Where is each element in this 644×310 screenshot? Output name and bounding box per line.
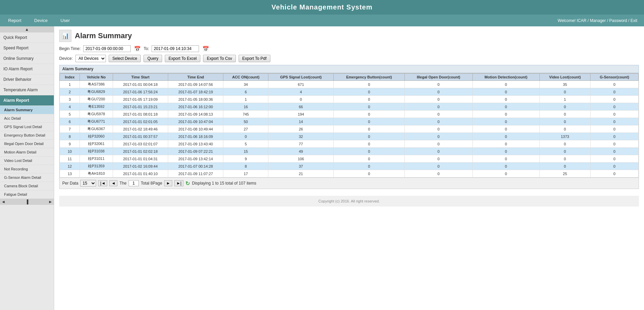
- table-cell: 0: [591, 133, 639, 140]
- device-select[interactable]: All Devices: [75, 55, 106, 62]
- table-cell: 0: [539, 125, 591, 133]
- sidebar-item-speed-report[interactable]: Speed Report: [0, 43, 54, 53]
- table-cell: 2017-01-01 00:04:18: [113, 81, 168, 88]
- table-cell: 0: [591, 88, 639, 96]
- sidebar-item-illegal-open-door-detail[interactable]: Illegal Open Door Detail: [0, 140, 54, 148]
- table-cell: 0: [333, 170, 404, 177]
- nav-device[interactable]: Device: [33, 17, 49, 24]
- table-cell: 0: [472, 148, 539, 155]
- select-device-button[interactable]: Select Device: [109, 55, 141, 62]
- page-total-label: Total 8Page: [141, 181, 162, 186]
- sidebar-item-alarm-report[interactable]: Alarm Report: [0, 95, 54, 106]
- col-video: Video Lost(count): [539, 74, 591, 81]
- sidebar-item-gps-signal-lost-detail[interactable]: GPS Signal Lost Detail: [0, 123, 54, 131]
- col-gps: GPS Signal Lost(count): [268, 74, 334, 81]
- table-cell: 77: [268, 140, 334, 148]
- sidebar: ▲ Quick Report Speed Report Online Summa…: [0, 26, 54, 310]
- export-excel-button[interactable]: Export To Excel: [165, 55, 200, 62]
- table-cell: 粤GU6367: [80, 125, 113, 133]
- sidebar-item-emergency-button-detail[interactable]: Emergency Button Detail: [0, 131, 54, 140]
- table-cell: 0: [591, 163, 639, 170]
- sidebar-item-quick-report[interactable]: Quick Report: [0, 32, 54, 43]
- table-cell: 49: [268, 148, 334, 155]
- refresh-icon[interactable]: ↻: [185, 180, 190, 187]
- sidebar-scroll-indicator: ▐: [25, 199, 28, 204]
- table-cell: 粤GU6829: [80, 88, 113, 96]
- table-cell: 0: [333, 88, 404, 96]
- footer: Copyright (c) 2016. All right reserved.: [59, 196, 639, 207]
- sidebar-item-not-recording[interactable]: Not Recording: [0, 165, 54, 173]
- per-data-select[interactable]: 15 25 50 100: [80, 180, 96, 187]
- table-cell: 34: [223, 81, 268, 88]
- sidebar-item-alarm-summary[interactable]: Alarm Summary: [0, 106, 54, 114]
- table-cell: 0: [591, 140, 639, 148]
- table-row: 13粤AH18102017-01-01 01:40:102017-01-09 1…: [60, 170, 639, 177]
- sidebar-item-fatigue-detail[interactable]: Fatigue Detail: [0, 190, 54, 199]
- table-cell: 10: [60, 148, 80, 155]
- table-cell: 0: [405, 125, 473, 133]
- app-title: Vehicle Management System: [0, 3, 644, 11]
- header: Vehicle Management System: [0, 0, 644, 15]
- table-cell: 5: [60, 111, 80, 118]
- to-calendar-icon[interactable]: 📅: [202, 46, 209, 52]
- table-cell: 2017-01-09 10:47:04: [168, 118, 223, 125]
- sidebar-item-online-summary[interactable]: Online Summary: [0, 53, 54, 64]
- sidebar-item-acc-detail[interactable]: Acc Detail: [0, 114, 54, 123]
- to-time-input[interactable]: [152, 45, 199, 52]
- sidebar-scroll-left[interactable]: ◄: [1, 199, 5, 204]
- table-cell: 2017-01-03 02:01:07: [113, 140, 168, 148]
- table-cell: 桂P31011: [80, 155, 113, 163]
- export-pdf-button[interactable]: Export To Pdf: [239, 55, 270, 62]
- table-cell: 2017-01-01 02:02:18: [113, 148, 168, 155]
- nav-user[interactable]: User: [59, 17, 71, 24]
- col-acc: ACC ON(count): [223, 74, 268, 81]
- table-cell: 粤GU5978: [80, 111, 113, 118]
- first-page-button[interactable]: |◄: [98, 180, 107, 186]
- table-cell: 106: [268, 155, 334, 163]
- table-cell: 0: [405, 140, 473, 148]
- table-cell: 2017-01-05 17:19:09: [113, 96, 168, 103]
- table-cell: 0: [405, 81, 473, 88]
- sidebar-scroll-right[interactable]: ►: [48, 199, 52, 204]
- table-cell: 35: [539, 81, 591, 88]
- sidebar-scroll-up[interactable]: ▲: [0, 26, 54, 32]
- table-cell: 0: [539, 140, 591, 148]
- table-cell: 1373: [539, 133, 591, 140]
- sidebar-item-motion-alarm-detail[interactable]: Motion Alarm Detail: [0, 148, 54, 157]
- table-cell: 0: [591, 170, 639, 177]
- prev-page-button[interactable]: ◄: [109, 180, 117, 186]
- export-csv-button[interactable]: Export To Csv: [203, 55, 236, 62]
- begin-calendar-icon[interactable]: 📅: [134, 46, 141, 52]
- begin-time-input[interactable]: [83, 45, 131, 52]
- sidebar-item-camera-block-detail[interactable]: Camera Block Detail: [0, 182, 54, 190]
- table-cell: 2017-01-08 10:49:44: [168, 125, 223, 133]
- table-cell: 0: [405, 111, 473, 118]
- query-button[interactable]: Query: [143, 55, 162, 62]
- table-cell: 1: [223, 96, 268, 103]
- last-page-button[interactable]: ►|: [174, 180, 183, 186]
- table-cell: 2017-01-09 13:42:14: [168, 155, 223, 163]
- sidebar-item-video-lost-detail[interactable]: Video Lost Detail: [0, 157, 54, 165]
- page-input[interactable]: [129, 180, 139, 186]
- table-cell: 0: [405, 170, 473, 177]
- table-cell: 5: [223, 140, 268, 148]
- table-cell: 0: [472, 125, 539, 133]
- main-layout: ▲ Quick Report Speed Report Online Summa…: [0, 26, 644, 310]
- table-cell: 2017-01-01 01:04:31: [113, 155, 168, 163]
- sidebar-item-g-sensor-alarm-detail[interactable]: G-Sensor Alarm Detail: [0, 173, 54, 182]
- table-row: 8桂P320602017-01-01 00:37:572017-01-06 18…: [60, 133, 639, 140]
- table-row: 1粤AS73862017-01-01 00:04:182017-01-09 14…: [60, 81, 639, 88]
- table-cell: 2017-01-01 00:37:57: [113, 133, 168, 140]
- col-index: Index: [60, 74, 80, 81]
- next-page-button[interactable]: ►: [164, 180, 172, 186]
- table-cell: 0: [333, 118, 404, 125]
- col-illegal: Illegal Open Door(count): [405, 74, 473, 81]
- sidebar-item-temperature-alarm[interactable]: Temperature Alarm: [0, 85, 54, 95]
- table-cell: 2017-01-01 02:01:05: [113, 118, 168, 125]
- sidebar-item-io-alarm-report[interactable]: IO Alarm Report: [0, 64, 54, 74]
- table-body: 1粤AS73862017-01-01 00:04:182017-01-09 14…: [60, 81, 639, 177]
- table-cell: 194: [268, 111, 334, 118]
- sidebar-item-driver-behavior[interactable]: Driver Behavior: [0, 74, 54, 85]
- col-time-start: Time Start: [113, 74, 168, 81]
- nav-report[interactable]: Report: [7, 17, 23, 24]
